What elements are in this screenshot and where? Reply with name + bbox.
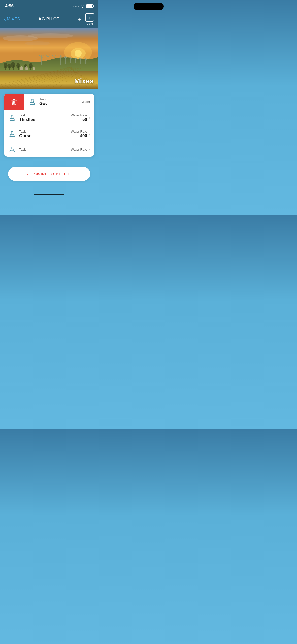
mix-name-gorse: Gorse: [19, 133, 68, 138]
menu-label: Menu: [86, 22, 93, 25]
svg-rect-39: [33, 68, 35, 70]
mix-label-gorse: Task: [19, 130, 68, 133]
mix-rate-swiped: Water: [82, 100, 90, 104]
flask-icon-last: [8, 146, 16, 154]
water-rate-label-last: Water Rate: [71, 148, 87, 151]
svg-rect-37: [25, 68, 28, 70]
water-rate-value-gorse: 400: [71, 133, 87, 138]
mix-label-swiped: Task: [39, 97, 79, 101]
chevron-right-gorse: ›: [89, 131, 90, 137]
swiped-row-content[interactable]: Task Gov Water: [24, 94, 94, 110]
wifi-icon: [80, 5, 85, 8]
swipe-arrow-icon: ←: [26, 171, 31, 177]
swipe-text: SWIPE TO DELETE: [34, 172, 72, 176]
water-rate-value-thistles: 50: [71, 117, 87, 122]
mix-rate-last: Water Rate ›: [71, 147, 90, 152]
mix-rate-gorse: Water Rate 400 ›: [71, 130, 90, 138]
mix-name-thistles: Thistles: [19, 117, 68, 122]
back-label: MIXES: [7, 17, 20, 22]
svg-point-5: [28, 33, 73, 38]
mix-rate-info-gorse: Water Rate 400: [71, 130, 87, 138]
status-time: 4:56: [5, 4, 14, 9]
upload-icon: ↑: [89, 16, 90, 19]
trash-icon: [11, 98, 18, 105]
delete-button[interactable]: [4, 94, 24, 110]
mixes-card: Task Gov Water Task Thistles: [4, 94, 94, 157]
mix-info-last: Task: [19, 148, 68, 151]
mix-row-gorse[interactable]: Task Gorse Water Rate 400 ›: [4, 126, 94, 142]
back-chevron-icon: ‹: [4, 16, 6, 22]
back-button[interactable]: ‹ MIXES: [4, 16, 20, 22]
mix-row-last[interactable]: Task Water Rate ›: [4, 142, 94, 157]
swiped-row: Task Gov Water: [4, 94, 94, 110]
mix-rate-thistles: Water Rate 50 ›: [71, 113, 90, 122]
mix-label-last: Task: [19, 148, 68, 151]
home-indicator: [0, 191, 98, 197]
menu-button[interactable]: ↑ Menu: [85, 13, 94, 25]
mix-label-thistles: Task: [19, 113, 68, 117]
svg-rect-35: [20, 67, 23, 70]
flask-icon-swiped: [28, 98, 36, 106]
svg-point-6: [25, 41, 50, 45]
nav-actions: + ↑ Menu: [78, 13, 94, 25]
signal-icon: [73, 6, 79, 7]
home-bar: [34, 194, 64, 195]
mix-row-thistles[interactable]: Task Thistles Water Rate 50 ›: [4, 110, 94, 126]
flask-icon-gorse: [8, 130, 16, 138]
hero-label: Mixes: [74, 77, 94, 85]
menu-box: ↑: [85, 13, 94, 22]
nav-title: AG PILOT: [38, 17, 59, 22]
svg-point-26: [8, 64, 11, 68]
add-button[interactable]: +: [78, 16, 82, 22]
svg-point-3: [75, 50, 82, 57]
status-icons: [73, 4, 93, 8]
chevron-right-thistles: ›: [89, 115, 90, 120]
mix-info-thistles: Task Thistles: [19, 113, 68, 122]
mix-info-swiped: Task Gov: [39, 97, 79, 106]
status-bar: 4:56: [0, 0, 98, 11]
content-area: Task Gov Water Task Thistles: [0, 89, 98, 191]
hero-image: Mixes: [0, 28, 98, 89]
svg-point-28: [11, 62, 15, 68]
flask-icon-thistles: [8, 114, 16, 122]
mix-rate-info-last: Water Rate: [71, 148, 87, 151]
water-rate-label-gorse: Water Rate: [71, 130, 87, 133]
mix-info-gorse: Task Gorse: [19, 130, 68, 138]
chevron-right-last: ›: [89, 147, 90, 152]
svg-point-24: [4, 63, 8, 68]
battery-icon: [86, 4, 93, 8]
swipe-to-delete-banner[interactable]: ← SWIPE TO DELETE: [8, 167, 90, 181]
water-label-swiped: Water: [82, 100, 90, 104]
svg-point-34: [29, 63, 33, 68]
mix-name-swiped: Gov: [39, 101, 79, 106]
water-rate-label-thistles: Water Rate: [71, 113, 87, 117]
mix-rate-info-thistles: Water Rate 50: [71, 113, 87, 122]
nav-bar: ‹ MIXES AG PILOT + ↑ Menu: [0, 11, 98, 28]
svg-point-30: [16, 63, 20, 68]
